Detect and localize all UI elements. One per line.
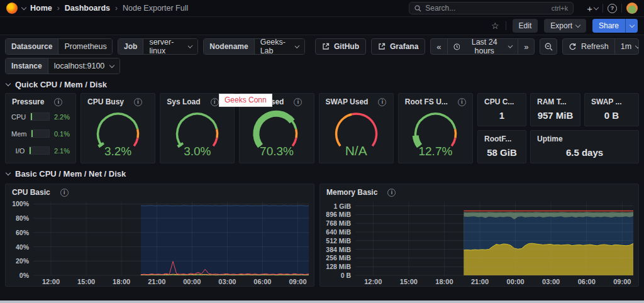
question-icon: ? (611, 5, 614, 11)
info-icon[interactable]: i (54, 98, 62, 106)
panel-header[interactable]: CPU Busy i (81, 94, 155, 107)
panel-header[interactable]: Root FS U... i (399, 94, 472, 107)
section-quick-cpu-mem-disk[interactable]: Quick CPU / Mem / Disk (0, 74, 644, 93)
share-button[interactable]: Share (592, 19, 625, 33)
uptime-stat-panel: Uptime 6.5 days (530, 130, 639, 163)
chevron-down-icon (629, 22, 634, 27)
ram-total-stat-panel: RAM T... 957 MiB (530, 93, 580, 126)
double-chevron-left-icon: « (436, 42, 441, 52)
divider (621, 4, 622, 13)
grafana-link-button[interactable]: Grafana (371, 38, 425, 55)
chevron-down-icon (112, 43, 113, 48)
variable-value-dropdown[interactable]: Prometheus (58, 39, 113, 54)
search-input[interactable] (425, 4, 547, 13)
pressure-panel: Pressure i CPU 2.2% Mem 0.1% I/O 2.1% (5, 93, 76, 163)
variable-value-dropdown[interactable]: Geeks-Lab (255, 39, 304, 54)
y-axis-label: 896 MiB (326, 211, 355, 218)
panel-header[interactable]: Pressure i (6, 94, 75, 107)
chevron-down-icon (295, 43, 300, 48)
root-fs-total-stat-panel: RootF... 58 GiB (477, 130, 526, 163)
variable-value-dropdown[interactable]: localhost:9100 (48, 58, 120, 74)
panel-title: CPU Busy (87, 97, 124, 106)
pressure-value: 2.2% (54, 113, 70, 121)
y-axis-label: 768 MiB (326, 219, 355, 227)
chevron-down-icon (575, 22, 580, 27)
panel-header[interactable]: CPU Basic i (6, 184, 314, 198)
chevron-down-icon (6, 170, 11, 175)
stat-value: 957 MiB (531, 107, 580, 126)
gauge: 70.3% (240, 107, 313, 163)
panel-header[interactable]: RAM T... (531, 94, 580, 107)
share-dropdown-button[interactable] (625, 19, 638, 33)
stat-value: 6.5 days (531, 145, 638, 163)
panel-title: Pressure (12, 97, 44, 106)
pressure-label: Mem (11, 130, 26, 138)
gauge-value: 3.0% (160, 145, 234, 158)
panel-header[interactable]: SWAP ... (585, 94, 638, 107)
pressure-bar-gauge (29, 146, 50, 155)
breadcrumb-current-dashboard: Node Exporter Full (123, 4, 188, 13)
y-axis-label: 384 MiB (326, 246, 355, 253)
panel-header[interactable]: CPU C... (478, 94, 526, 107)
x-axis-label: 03:00 (218, 275, 236, 285)
github-link-button[interactable]: GitHub (315, 38, 366, 55)
search-box[interactable]: ctrl+k (409, 2, 574, 14)
time-range-label: Last 24 hours (464, 38, 504, 55)
x-axis-label: 09:00 (613, 275, 631, 285)
memory-basic-panel: Memory Basic i 0 B128 MiB256 MiB384 MiB5… (319, 184, 639, 287)
divider (602, 4, 603, 13)
stat-value: 58 GiB (478, 145, 526, 163)
org-switcher-chevron-icon[interactable] (21, 4, 26, 9)
info-icon[interactable]: i (60, 189, 69, 197)
info-icon[interactable]: i (387, 189, 396, 197)
info-icon[interactable]: i (211, 98, 219, 106)
user-avatar[interactable] (626, 3, 638, 14)
x-axis-label: 21:00 (471, 275, 489, 285)
external-link-icon (378, 43, 386, 50)
y-axis-label: 0 B (341, 272, 355, 279)
y-axis-label: 256 MiB (326, 254, 355, 262)
cpu-basic-chart[interactable]: 0%20%40%60%80%100%12:0015:0018:0021:0000… (6, 199, 314, 286)
favorite-star-icon[interactable]: ☆ (491, 21, 499, 31)
info-icon[interactable]: i (378, 98, 386, 106)
x-axis-label: 09:00 (289, 275, 306, 285)
info-icon[interactable]: i (294, 98, 302, 106)
export-button[interactable]: Export (544, 19, 586, 33)
pressure-bar-gauge (31, 129, 49, 138)
section-basic-cpu-mem-net-disk[interactable]: Basic CPU / Mem / Net / Disk (0, 163, 644, 182)
variable-label: Job (118, 39, 143, 54)
help-button[interactable]: ? (608, 4, 617, 13)
panel-header[interactable]: Uptime (531, 131, 638, 145)
panel-title: RootF... (484, 135, 511, 143)
panel-header[interactable]: Memory Basic i (320, 184, 638, 198)
zoom-out-button[interactable] (540, 38, 557, 55)
panel-header[interactable]: RootF... (478, 131, 526, 145)
variable-value: Geeks-Lab (260, 38, 290, 55)
breadcrumb-dashboards[interactable]: Dashboards (65, 4, 110, 13)
refresh-button[interactable]: Refresh (563, 39, 615, 54)
section-title: Basic CPU / Mem / Net / Disk (15, 169, 126, 179)
horizontal-scrollbar[interactable] (0, 300, 644, 303)
time-range-button[interactable]: Last 24 hours (448, 39, 519, 54)
variable-label: Datasource (6, 39, 58, 54)
cpu-basic-panel: CPU Basic i 0%20%40%60%80%100%12:0015:00… (5, 184, 314, 287)
panel-title: CPU C... (484, 97, 514, 106)
refresh-interval-button[interactable]: 1m (615, 39, 639, 54)
clock-icon (453, 43, 460, 51)
info-icon[interactable]: i (458, 98, 466, 106)
add-menu-button[interactable]: + (587, 3, 598, 14)
info-icon[interactable]: i (134, 98, 142, 106)
memory-basic-chart[interactable]: 0 B128 MiB256 MiB384 MiB512 MiB640 MiB76… (320, 199, 638, 286)
time-shift-forward-button[interactable]: » (518, 39, 534, 54)
variable-nodename: Nodename Geeks-Lab (203, 38, 305, 55)
grafana-logo-icon[interactable] (6, 3, 18, 14)
edit-button[interactable]: Edit (513, 19, 538, 33)
dashboard-actions-row: ☆ Edit Export Share (0, 17, 644, 35)
search-icon (414, 5, 421, 12)
breadcrumb-home[interactable]: Home (30, 4, 52, 13)
swap-used-gauge-panel: SWAP Used i N/A (319, 93, 394, 163)
variable-value-dropdown[interactable]: server-linux (143, 39, 197, 54)
gauge-value: 12.7% (399, 145, 472, 158)
panel-header[interactable]: SWAP Used i (319, 94, 393, 107)
time-shift-back-button[interactable]: « (431, 39, 447, 54)
